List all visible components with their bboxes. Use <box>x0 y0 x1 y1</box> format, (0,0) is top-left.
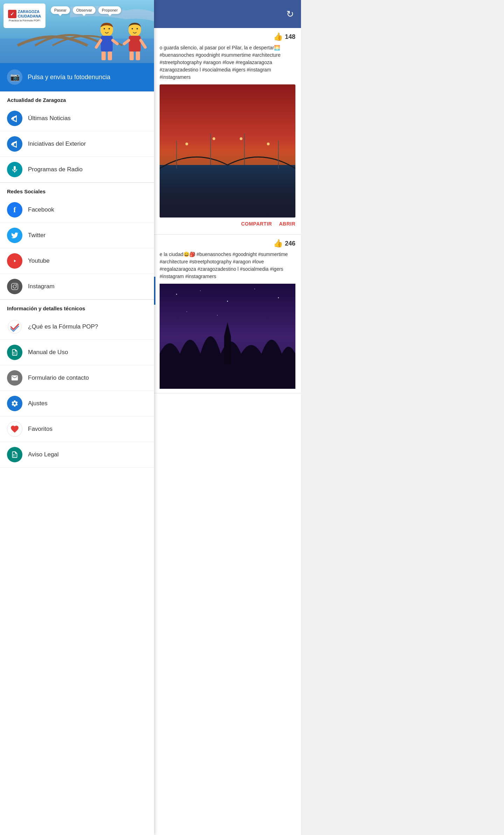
svg-point-17 <box>217 315 218 316</box>
character-boy <box>122 21 147 63</box>
open-button-1[interactable]: ABRIR <box>279 221 295 227</box>
photo-report-button[interactable]: 📷 Pulsa y envía tu fotodenuncia <box>0 63 154 91</box>
svg-rect-40 <box>12 283 18 290</box>
refresh-icon[interactable]: ↻ <box>286 9 294 20</box>
youtube-icon <box>7 253 22 269</box>
menu-label-radio: Programas de Radio <box>28 166 83 173</box>
svg-rect-0 <box>160 84 295 218</box>
twitter-icon <box>7 228 22 243</box>
menu-label-formula-pop: ¿Qué es la Fórmula POP? <box>28 323 98 330</box>
thumbup-icon-2: 👍 <box>273 239 283 248</box>
logo-subtext: Practica la Fórmula POP! <box>9 19 40 22</box>
svg-line-28 <box>96 40 101 47</box>
svg-line-29 <box>113 40 117 44</box>
svg-point-41 <box>13 285 16 288</box>
bubble-observar: Observar <box>73 6 96 14</box>
svg-point-9 <box>267 143 270 145</box>
svg-point-6 <box>186 143 188 145</box>
post-text-2: e la ciudad😄🎒 #buenasnoches #goodnight #… <box>160 251 295 280</box>
bubble-pasear: Pasear <box>51 6 70 14</box>
post-like-count-1: 148 <box>285 33 295 41</box>
section-header-redes: Redes Sociales <box>0 183 154 197</box>
svg-point-16 <box>187 311 187 312</box>
menu-item-favoritos[interactable]: Favoritos <box>0 416 154 442</box>
menu-label-iniciativas: Iniciativas del Exterior <box>28 140 86 147</box>
settings-icon <box>7 396 22 411</box>
post-likes-1: 👍 148 <box>160 32 295 41</box>
svg-point-35 <box>136 28 138 29</box>
facebook-icon: f <box>7 202 22 218</box>
section-header-actualidad: Actualidad de Zaragoza <box>0 91 154 106</box>
post-image-bridge <box>160 84 295 218</box>
menu-item-iniciativas[interactable]: Iniciativas del Exterior <box>0 131 154 157</box>
menu-item-formula-pop[interactable]: ¿Qué es la Fórmula POP? <box>0 314 154 340</box>
menu-label-favoritos: Favoritos <box>28 426 52 433</box>
post-text-1: o guarda silencio, al pasar por el Pilar… <box>160 44 295 81</box>
post-actions-1: COMPARTIR ABRIR <box>160 218 295 230</box>
svg-rect-23 <box>101 36 113 51</box>
thumbup-icon-1: 👍 <box>273 32 283 41</box>
section-header-info: Información y detalles técnicos <box>0 300 154 314</box>
manual-icon <box>7 345 22 360</box>
banner: ✓ ZARAGOZA CIUDADANA Practica la Fórmula… <box>0 0 154 63</box>
svg-point-43 <box>8 320 21 333</box>
sidebar: ✓ ZARAGOZA CIUDADANA Practica la Fórmula… <box>0 0 154 835</box>
svg-point-11 <box>176 294 177 295</box>
svg-point-15 <box>278 297 279 298</box>
formula-pop-icon <box>7 319 22 334</box>
banner-logo: ✓ ZARAGOZA CIUDADANA Practica la Fórmula… <box>4 4 46 28</box>
character-girl <box>94 21 119 63</box>
menu-label-facebook: Facebook <box>28 206 54 213</box>
svg-point-13 <box>227 301 228 302</box>
menu-item-aviso-legal[interactable]: Aviso Legal <box>0 442 154 468</box>
megaphone-icon-noticias <box>7 111 22 126</box>
contact-icon <box>7 370 22 386</box>
menu-item-twitter[interactable]: Twitter <box>0 223 154 248</box>
post-like-count-2: 246 <box>285 240 295 247</box>
svg-line-36 <box>124 40 129 44</box>
menu-label-ajustes: Ajustes <box>28 400 48 407</box>
menu-label-twitter: Twitter <box>28 232 46 239</box>
menu-item-manual[interactable]: Manual de Uso <box>0 340 154 365</box>
svg-rect-24 <box>102 51 106 60</box>
menu-item-radio[interactable]: Programas de Radio <box>0 157 154 182</box>
svg-point-8 <box>240 137 243 140</box>
svg-point-7 <box>212 137 215 140</box>
photo-btn-label: Pulsa y envía tu fotodenuncia <box>28 74 110 81</box>
menu-label-youtube: Youtube <box>28 257 50 264</box>
right-panel: ↻ 👍 148 o guarda silencio, al pasar por … <box>154 0 301 835</box>
bubble-proponer: Proponer <box>98 6 121 14</box>
megaphone-icon-iniciativas <box>7 136 22 152</box>
svg-point-27 <box>108 28 110 29</box>
post-card-2: 👍 246 e la ciudad😄🎒 #buenasnoches #goodn… <box>154 235 301 393</box>
svg-point-34 <box>132 28 133 29</box>
instagram-icon <box>7 279 22 294</box>
svg-rect-25 <box>108 51 112 60</box>
logo-text-line1: ZARAGOZA <box>18 9 41 14</box>
svg-rect-33 <box>136 51 140 60</box>
svg-rect-31 <box>129 36 141 51</box>
svg-point-42 <box>16 284 17 285</box>
menu-label-manual: Manual de Uso <box>28 349 68 356</box>
menu-item-ultimas-noticias[interactable]: Últimas Noticias <box>0 106 154 131</box>
menu-label-instagram: Instagram <box>28 283 55 290</box>
camera-icon: 📷 <box>7 69 22 85</box>
logo-text-line2: CIUDADANA <box>18 14 41 18</box>
menu-item-youtube[interactable]: Youtube <box>0 248 154 274</box>
post-likes-2: 👍 246 <box>160 239 295 248</box>
right-panel-header: ↻ <box>154 0 301 28</box>
menu-item-instagram[interactable]: Instagram <box>0 274 154 299</box>
svg-point-26 <box>104 28 105 29</box>
menu-label-ultimas-noticias: Últimas Noticias <box>28 115 71 122</box>
svg-rect-1 <box>160 165 295 218</box>
menu-item-facebook[interactable]: f Facebook <box>0 197 154 223</box>
post-card-1: 👍 148 o guarda silencio, al pasar por el… <box>154 28 301 235</box>
share-button-1[interactable]: COMPARTIR <box>241 221 272 227</box>
mic-icon-radio <box>7 162 22 177</box>
post-image-night <box>160 284 295 389</box>
menu-item-ajustes[interactable]: Ajustes <box>0 391 154 416</box>
menu-label-formulario: Formulario de contacto <box>28 374 89 381</box>
menu-item-formulario[interactable]: Formulario de contacto <box>0 365 154 391</box>
logo-checkbox: ✓ <box>8 10 16 18</box>
svg-point-12 <box>200 290 201 291</box>
